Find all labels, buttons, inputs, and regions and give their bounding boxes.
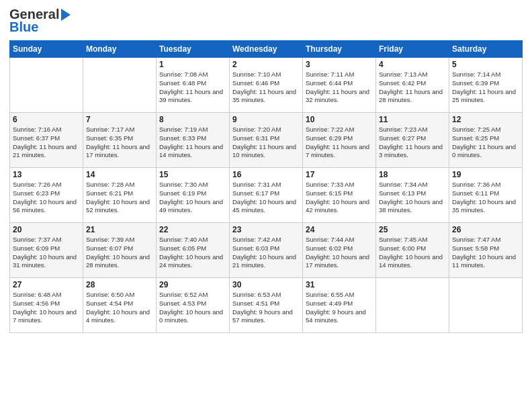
day-number: 11 — [379, 115, 446, 124]
calendar-week-row: 27Sunrise: 6:48 AM Sunset: 4:56 PM Dayli… — [10, 278, 523, 333]
calendar-cell — [10, 58, 83, 113]
day-number: 24 — [306, 225, 373, 234]
cell-info: Sunrise: 7:30 AM Sunset: 6:19 PM Dayligh… — [159, 181, 226, 215]
day-number: 4 — [379, 60, 446, 69]
day-number: 31 — [306, 280, 373, 289]
cell-info: Sunrise: 7:25 AM Sunset: 6:25 PM Dayligh… — [452, 126, 519, 160]
calendar-cell: 21Sunrise: 7:39 AM Sunset: 6:07 PM Dayli… — [83, 223, 157, 278]
cell-info: Sunrise: 7:37 AM Sunset: 6:09 PM Dayligh… — [13, 236, 80, 270]
cell-info: Sunrise: 7:17 AM Sunset: 6:35 PM Dayligh… — [86, 126, 153, 160]
calendar-cell: 4Sunrise: 7:13 AM Sunset: 6:42 PM Daylig… — [376, 58, 449, 113]
calendar-cell: 23Sunrise: 7:42 AM Sunset: 6:03 PM Dayli… — [230, 223, 303, 278]
cell-info: Sunrise: 7:19 AM Sunset: 6:33 PM Dayligh… — [159, 126, 226, 160]
day-number: 12 — [452, 115, 519, 124]
day-number: 16 — [232, 170, 300, 179]
calendar-cell: 3Sunrise: 7:11 AM Sunset: 6:44 PM Daylig… — [303, 58, 376, 113]
cell-info: Sunrise: 7:16 AM Sunset: 6:37 PM Dayligh… — [13, 126, 80, 160]
calendar-cell: 28Sunrise: 6:50 AM Sunset: 4:54 PM Dayli… — [83, 278, 157, 333]
cell-info: Sunrise: 7:26 AM Sunset: 6:23 PM Dayligh… — [13, 181, 80, 215]
calendar-cell: 1Sunrise: 7:08 AM Sunset: 6:48 PM Daylig… — [157, 58, 230, 113]
cell-info: Sunrise: 7:45 AM Sunset: 6:00 PM Dayligh… — [379, 236, 446, 270]
logo-arrow-icon — [61, 9, 71, 21]
cell-info: Sunrise: 6:55 AM Sunset: 4:49 PM Dayligh… — [306, 291, 373, 325]
day-number: 30 — [232, 280, 300, 289]
calendar-cell: 14Sunrise: 7:28 AM Sunset: 6:21 PM Dayli… — [83, 168, 157, 223]
calendar-cell: 17Sunrise: 7:33 AM Sunset: 6:15 PM Dayli… — [303, 168, 376, 223]
calendar-cell — [83, 58, 157, 113]
page: General Blue SundayMondayTuesdayWednesda… — [0, 0, 532, 411]
cell-info: Sunrise: 7:14 AM Sunset: 6:39 PM Dayligh… — [452, 71, 519, 105]
calendar-cell: 9Sunrise: 7:20 AM Sunset: 6:31 PM Daylig… — [230, 113, 303, 168]
logo-blue: Blue — [9, 19, 38, 35]
day-number: 27 — [13, 280, 80, 289]
calendar-cell: 22Sunrise: 7:40 AM Sunset: 6:05 PM Dayli… — [157, 223, 230, 278]
day-of-week-header: Monday — [83, 41, 157, 58]
day-number: 10 — [306, 115, 373, 124]
calendar-cell: 24Sunrise: 7:44 AM Sunset: 6:02 PM Dayli… — [303, 223, 376, 278]
calendar-cell: 30Sunrise: 6:53 AM Sunset: 4:51 PM Dayli… — [230, 278, 303, 333]
cell-info: Sunrise: 7:10 AM Sunset: 6:46 PM Dayligh… — [232, 71, 300, 105]
day-of-week-header: Tuesday — [157, 41, 230, 58]
cell-info: Sunrise: 6:52 AM Sunset: 4:53 PM Dayligh… — [159, 291, 226, 325]
cell-info: Sunrise: 6:48 AM Sunset: 4:56 PM Dayligh… — [13, 291, 80, 325]
day-number: 29 — [159, 280, 226, 289]
cell-info: Sunrise: 7:23 AM Sunset: 6:27 PM Dayligh… — [379, 126, 446, 160]
calendar-cell — [449, 278, 523, 333]
day-number: 1 — [159, 60, 226, 69]
day-of-week-header: Saturday — [449, 41, 523, 58]
calendar-cell: 19Sunrise: 7:36 AM Sunset: 6:11 PM Dayli… — [449, 168, 523, 223]
day-number: 13 — [13, 170, 80, 179]
calendar-cell: 13Sunrise: 7:26 AM Sunset: 6:23 PM Dayli… — [10, 168, 83, 223]
day-number: 5 — [452, 60, 519, 69]
cell-info: Sunrise: 7:34 AM Sunset: 6:13 PM Dayligh… — [379, 181, 446, 215]
day-of-week-header: Sunday — [10, 41, 83, 58]
calendar-cell — [376, 278, 449, 333]
day-number: 17 — [306, 170, 373, 179]
calendar-cell: 20Sunrise: 7:37 AM Sunset: 6:09 PM Dayli… — [10, 223, 83, 278]
cell-info: Sunrise: 7:42 AM Sunset: 6:03 PM Dayligh… — [232, 236, 300, 270]
calendar-week-row: 1Sunrise: 7:08 AM Sunset: 6:48 PM Daylig… — [10, 58, 523, 113]
day-number: 6 — [13, 115, 80, 124]
cell-info: Sunrise: 7:44 AM Sunset: 6:02 PM Dayligh… — [306, 236, 373, 270]
calendar-cell: 11Sunrise: 7:23 AM Sunset: 6:27 PM Dayli… — [376, 113, 449, 168]
day-number: 8 — [159, 115, 226, 124]
day-number: 20 — [13, 225, 80, 234]
day-number: 15 — [159, 170, 226, 179]
day-of-week-header: Thursday — [303, 41, 376, 58]
day-number: 9 — [232, 115, 300, 124]
calendar-cell: 6Sunrise: 7:16 AM Sunset: 6:37 PM Daylig… — [10, 113, 83, 168]
day-of-week-header: Friday — [376, 41, 449, 58]
calendar-cell: 10Sunrise: 7:22 AM Sunset: 6:29 PM Dayli… — [303, 113, 376, 168]
calendar-cell: 26Sunrise: 7:47 AM Sunset: 5:58 PM Dayli… — [449, 223, 523, 278]
calendar-cell: 5Sunrise: 7:14 AM Sunset: 6:39 PM Daylig… — [449, 58, 523, 113]
cell-info: Sunrise: 6:50 AM Sunset: 4:54 PM Dayligh… — [86, 291, 153, 325]
day-header-row: SundayMondayTuesdayWednesdayThursdayFrid… — [10, 41, 523, 58]
day-number: 14 — [86, 170, 153, 179]
cell-info: Sunrise: 7:20 AM Sunset: 6:31 PM Dayligh… — [232, 126, 300, 160]
cell-info: Sunrise: 6:53 AM Sunset: 4:51 PM Dayligh… — [232, 291, 300, 325]
calendar-cell: 31Sunrise: 6:55 AM Sunset: 4:49 PM Dayli… — [303, 278, 376, 333]
header: General Blue — [9, 7, 523, 35]
cell-info: Sunrise: 7:33 AM Sunset: 6:15 PM Dayligh… — [306, 181, 373, 215]
day-number: 7 — [86, 115, 153, 124]
cell-info: Sunrise: 7:11 AM Sunset: 6:44 PM Dayligh… — [306, 71, 373, 105]
day-number: 22 — [159, 225, 226, 234]
cell-info: Sunrise: 7:28 AM Sunset: 6:21 PM Dayligh… — [86, 181, 153, 215]
calendar-cell: 18Sunrise: 7:34 AM Sunset: 6:13 PM Dayli… — [376, 168, 449, 223]
cell-info: Sunrise: 7:31 AM Sunset: 6:17 PM Dayligh… — [232, 181, 300, 215]
calendar-cell: 16Sunrise: 7:31 AM Sunset: 6:17 PM Dayli… — [230, 168, 303, 223]
calendar-cell: 7Sunrise: 7:17 AM Sunset: 6:35 PM Daylig… — [83, 113, 157, 168]
calendar-table: SundayMondayTuesdayWednesdayThursdayFrid… — [9, 40, 523, 333]
day-number: 18 — [379, 170, 446, 179]
day-number: 19 — [452, 170, 519, 179]
calendar-cell: 12Sunrise: 7:25 AM Sunset: 6:25 PM Dayli… — [449, 113, 523, 168]
cell-info: Sunrise: 7:47 AM Sunset: 5:58 PM Dayligh… — [452, 236, 519, 270]
cell-info: Sunrise: 7:39 AM Sunset: 6:07 PM Dayligh… — [86, 236, 153, 270]
cell-info: Sunrise: 7:22 AM Sunset: 6:29 PM Dayligh… — [306, 126, 373, 160]
day-number: 21 — [86, 225, 153, 234]
logo: General Blue — [9, 7, 71, 35]
calendar-cell: 29Sunrise: 6:52 AM Sunset: 4:53 PM Dayli… — [157, 278, 230, 333]
day-number: 25 — [379, 225, 446, 234]
calendar-week-row: 13Sunrise: 7:26 AM Sunset: 6:23 PM Dayli… — [10, 168, 523, 223]
calendar-cell: 2Sunrise: 7:10 AM Sunset: 6:46 PM Daylig… — [230, 58, 303, 113]
